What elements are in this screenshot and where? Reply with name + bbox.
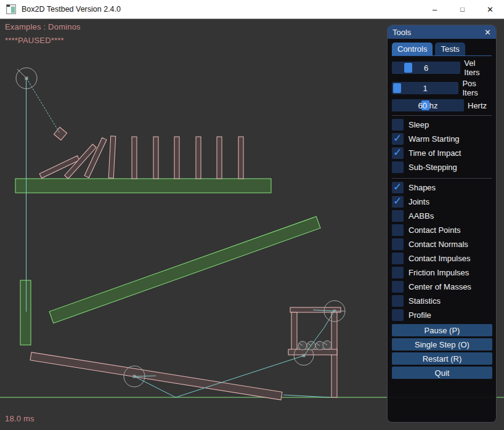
tools-panel: Tools ✕ Controls Tests 6 Vel Iters 1 P [387,25,497,423]
tools-panel-title: Tools [392,28,411,37]
standing-domino [153,137,158,179]
example-title-label: Examples : Dominos [5,22,81,31]
checkbox-label: Contact Impulses [408,254,470,263]
checkbox-box[interactable] [392,238,404,250]
pendulum-bob [54,127,67,140]
checkbox-box[interactable] [392,196,404,208]
slider-row: 60 hz Hertz [392,99,492,112]
checkbox-box[interactable] [392,210,404,222]
checkbox-profile[interactable]: Profile [392,308,492,322]
checkbox-statistics[interactable]: Statistics [392,294,492,308]
checkbox-shapes[interactable]: Shapes [392,181,492,195]
tools-panel-body: Controls Tests 6 Vel Iters 1 Pos Iters [388,39,496,379]
separator [392,115,492,116]
window-controls: – □ ✕ [421,0,504,19]
slider-label: Hertz [468,101,487,110]
quit-button[interactable]: Quit [392,367,492,379]
checkbox-label: Joints [408,197,429,206]
tools-panel-titlebar[interactable]: Tools ✕ [388,25,496,39]
tab-tests[interactable]: Tests [435,43,465,55]
tilting-domino [108,136,116,178]
checkbox-warm-starting[interactable]: Warm Starting [392,132,492,146]
checkbox-label: Warm Starting [408,134,460,144]
checkbox-sleep[interactable]: Sleep [392,118,492,132]
checkbox-friction-impulses[interactable]: Friction Impulses [392,266,492,280]
standing-domino [174,137,179,179]
single-step-button[interactable]: Single Step (O) [392,338,492,351]
paused-label: ****PAUSED**** [5,36,64,45]
checkbox-contact-points[interactable]: Contact Points [392,223,492,237]
slider-value: 60 hz [392,99,464,112]
checkbox-box[interactable] [392,224,404,236]
window-title: Box2D Testbed Version 2.4.0 [22,5,121,14]
checkbox-label: Shapes [408,183,436,192]
checkbox-box[interactable] [392,253,404,264]
frame-time-label: 18.0 ms [5,414,35,423]
tab-controls[interactable]: Controls [392,43,433,55]
pause-button[interactable]: Pause (P) [392,324,492,336]
separator [392,178,492,179]
standing-domino [132,137,137,179]
tab-bar: Controls Tests [392,43,492,56]
pendulum-joint-line [26,78,60,133]
checkbox-center-of-masses[interactable]: Center of Masses [392,280,492,294]
checkbox-label: Sub-Stepping [408,163,457,172]
checkbox-joints[interactable]: Joints [392,195,492,209]
checkbox-aabbs[interactable]: AABBs [392,209,492,223]
slider-row: 1 Pos Iters [392,79,492,97]
os-titlebar[interactable]: Box2D Testbed Version 2.4.0 – □ ✕ [0,0,504,19]
checkbox-sub-stepping[interactable]: Sub-Stepping [392,160,492,174]
tilted-green-plank [49,216,320,323]
checkbox-box[interactable] [392,161,404,173]
restart-button[interactable]: Restart (R) [392,352,492,365]
checkbox-label: Contact Points [408,225,461,235]
checkbox-label: Profile [408,310,431,320]
pos-iters-slider[interactable]: 1 [392,82,458,94]
checkbox-box[interactable] [392,182,404,193]
checkbox-label: Contact Normals [408,240,468,249]
checkbox-box[interactable] [392,133,404,145]
falling-domino [84,137,107,177]
slider-value: 1 [392,82,458,94]
standing-domino [217,137,222,179]
domino-platform [15,179,271,193]
checkbox-box[interactable] [392,119,404,131]
cradle-balls [298,341,331,350]
checkbox-time-of-impact[interactable]: Time of Impact [392,146,492,160]
slider-value: 6 [392,62,460,74]
standing-domino [196,137,201,179]
checkbox-label: Time of Impact [408,148,461,158]
maximize-button[interactable]: □ [449,0,476,19]
slider-label: Pos Iters [462,79,492,97]
checkbox-label: AABBs [408,211,434,221]
checkbox-box[interactable] [392,281,404,293]
minimize-button[interactable]: – [421,0,449,19]
slider-row: 6 Vel Iters [392,59,492,77]
pendulum-anchor-block [20,280,31,345]
app-window: Examples : Dominos ****PAUSED**** 18.0 m… [0,0,504,430]
frame-left-post [291,312,297,354]
close-button[interactable]: ✕ [476,0,504,19]
checkbox-label: Friction Impulses [408,268,469,277]
checkbox-box[interactable] [392,147,404,159]
standing-domino [238,137,243,179]
checkbox-box[interactable] [392,309,404,321]
seesaw-plank [30,352,282,400]
checkbox-label: Sleep [408,120,429,129]
checkbox-box[interactable] [392,295,404,307]
checkbox-label: Statistics [408,296,441,306]
hertz-slider[interactable]: 60 hz [392,99,464,112]
checkbox-label: Center of Masses [408,282,471,291]
app-icon [6,4,16,14]
vel-iters-slider[interactable]: 6 [392,62,460,74]
slider-label: Vel Iters [464,59,492,77]
checkbox-contact-normals[interactable]: Contact Normals [392,237,492,251]
checkbox-box[interactable] [392,267,404,278]
checkbox-contact-impulses[interactable]: Contact Impulses [392,251,492,266]
close-icon[interactable]: ✕ [484,28,491,36]
